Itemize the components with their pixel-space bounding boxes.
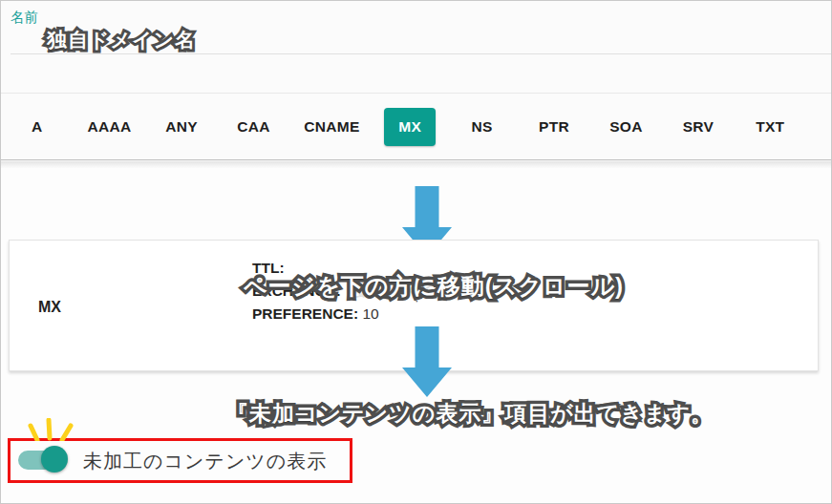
domain-caption: 独自ドメイン名: [47, 27, 196, 53]
tab-a[interactable]: A: [1, 94, 73, 159]
scroll-instruction-caption: ページを下の方に移動(スクロール): [244, 271, 624, 302]
record-type-tabs: AAAAAANYCAACNAMEMXNSPTRSOASRVTXT: [1, 93, 831, 160]
raw-content-toggle-label: 未加工のコンテンツの表示: [83, 449, 327, 474]
tab-soa[interactable]: SOA: [590, 94, 662, 159]
tab-ptr-label: PTR: [524, 108, 584, 146]
sparkle-icon: [28, 418, 75, 441]
tab-aaaa[interactable]: AAAA: [73, 94, 145, 159]
preference-row: PREFERENCE: 10: [252, 303, 471, 326]
result-caption: 『未加コンテンツの表示』項目が出てきます。: [226, 399, 714, 429]
tab-caa-label: CAA: [223, 108, 284, 146]
down-arrow-icon: [402, 326, 452, 397]
tab-txt[interactable]: TXT: [735, 94, 806, 159]
tab-a-label: A: [17, 108, 57, 146]
record-type-cell: MX: [38, 299, 61, 316]
dig-tool-page: 名前 独自ドメイン名 AAAAAANYCAACNAMEMXNSPTRSOASRV…: [0, 0, 832, 504]
tab-any-label: ANY: [151, 108, 212, 146]
raw-content-toggle[interactable]: [18, 446, 70, 472]
tab-caa[interactable]: CAA: [218, 94, 289, 159]
tab-srv-label: SRV: [669, 108, 729, 146]
tab-txt-label: TXT: [741, 108, 799, 146]
name-field-label: 名前: [11, 9, 38, 27]
tab-soa-label: SOA: [595, 108, 657, 146]
toggle-thumb: [41, 446, 68, 472]
tab-srv[interactable]: SRV: [662, 94, 734, 159]
tab-cname[interactable]: CNAME: [289, 94, 373, 159]
tab-mx[interactable]: MX: [374, 94, 446, 159]
tabstrip-shadow: [1, 161, 831, 168]
tab-mx-label: MX: [384, 108, 436, 146]
tab-any[interactable]: ANY: [145, 94, 217, 159]
header-divider: [11, 53, 831, 54]
tab-ns-label: NS: [458, 108, 507, 146]
preference-label: PREFERENCE:: [252, 305, 358, 322]
tab-aaaa-label: AAAA: [73, 108, 145, 146]
tab-ns[interactable]: NS: [446, 94, 518, 159]
tab-cname-label: CNAME: [289, 108, 373, 146]
preference-value: 10: [362, 305, 378, 322]
tab-ptr[interactable]: PTR: [518, 94, 589, 159]
